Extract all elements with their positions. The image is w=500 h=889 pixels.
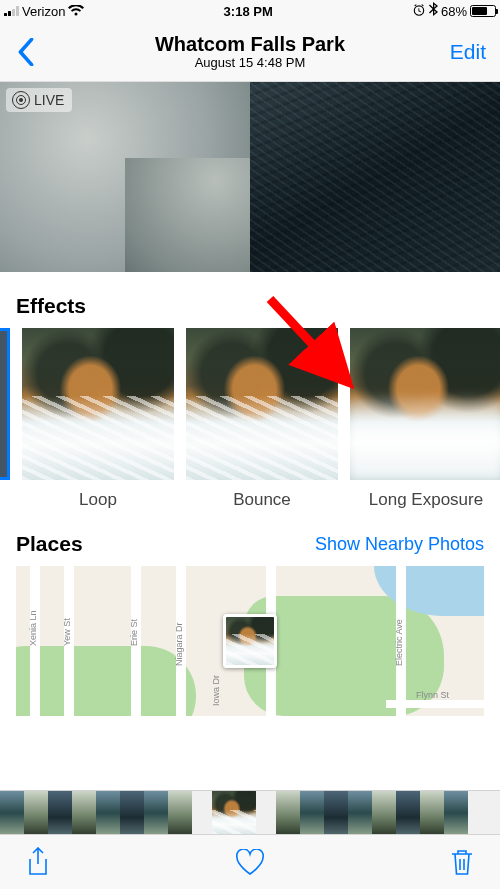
cell-signal-icon — [4, 6, 19, 16]
nav-bar: Whatcom Falls Park August 15 4:48 PM Edi… — [0, 22, 500, 82]
photo-thumb[interactable] — [0, 791, 24, 835]
photo-thumb[interactable] — [72, 791, 96, 835]
effects-strip[interactable]: Loop Bounce Long Exposure — [0, 328, 500, 510]
bluetooth-icon — [429, 2, 438, 20]
photo-hero[interactable]: LIVE — [0, 82, 500, 272]
map-street-label: Flynn St — [416, 690, 449, 700]
map-photo-pin[interactable] — [223, 614, 277, 668]
trash-icon — [450, 848, 474, 876]
heart-icon — [235, 849, 265, 876]
map-street-label: Niagara Dr — [174, 622, 184, 666]
photo-thumb[interactable] — [96, 791, 120, 835]
photo-thumb[interactable] — [324, 791, 348, 835]
toolbar — [0, 834, 500, 889]
effect-item-bounce[interactable]: Bounce — [186, 328, 338, 510]
photo-thumb[interactable] — [48, 791, 72, 835]
photo-thumb[interactable] — [348, 791, 372, 835]
battery-fill — [472, 7, 487, 15]
page-title: Whatcom Falls Park — [0, 33, 500, 55]
map-street-label: Electric Ave — [394, 619, 404, 666]
photo-thumb[interactable] — [372, 791, 396, 835]
photo-thumb[interactable] — [168, 791, 192, 835]
effect-label: Bounce — [233, 490, 291, 510]
effects-section: Effects Loop Bounce Long Exposure — [0, 272, 500, 510]
photo-thumb[interactable] — [444, 791, 468, 835]
effect-item-selected-sliver[interactable] — [0, 328, 10, 480]
share-button[interactable] — [18, 842, 58, 882]
map-street-label: Xenia Ln — [28, 610, 38, 646]
photo-thumb[interactable] — [24, 791, 48, 835]
status-time: 3:18 PM — [224, 4, 273, 19]
alarm-icon — [412, 3, 426, 20]
status-bar: Verizon 3:18 PM 68% — [0, 0, 500, 22]
battery-icon — [470, 5, 496, 17]
page-subtitle: August 15 4:48 PM — [0, 55, 500, 70]
photo-thumb-current[interactable] — [212, 791, 256, 835]
map-street-label: Erie St — [129, 619, 139, 646]
wifi-icon — [68, 5, 84, 17]
photo-thumb[interactable] — [276, 791, 300, 835]
carrier-label: Verizon — [22, 4, 65, 19]
map-street-label: Yew St — [62, 618, 72, 646]
map-street-label: Iowa Dr — [211, 675, 221, 706]
favorite-button[interactable] — [230, 842, 270, 882]
delete-button[interactable] — [442, 842, 482, 882]
places-heading: Places — [16, 532, 83, 556]
show-nearby-photos-link[interactable]: Show Nearby Photos — [315, 534, 484, 555]
places-section: Places Show Nearby Photos Xenia Ln Yew S… — [0, 510, 500, 716]
photo-thumbnail-strip[interactable] — [0, 790, 500, 834]
battery-percent: 68% — [441, 4, 467, 19]
map[interactable]: Xenia Ln Yew St Erie St Niagara Dr Iowa … — [16, 566, 484, 716]
photo-thumb[interactable] — [300, 791, 324, 835]
photo-thumb[interactable] — [420, 791, 444, 835]
photo-thumb[interactable] — [120, 791, 144, 835]
effect-item-long-exposure[interactable]: Long Exposure — [350, 328, 500, 510]
photo-thumb[interactable] — [144, 791, 168, 835]
chevron-left-icon — [17, 38, 35, 66]
effect-label: Loop — [79, 490, 117, 510]
live-label: LIVE — [34, 92, 64, 108]
effect-item-loop[interactable]: Loop — [22, 328, 174, 510]
edit-button[interactable]: Edit — [442, 40, 494, 64]
back-button[interactable] — [6, 32, 46, 72]
effect-label: Long Exposure — [369, 490, 483, 510]
live-badge: LIVE — [6, 88, 72, 112]
live-icon — [12, 91, 30, 109]
effects-heading: Effects — [0, 294, 500, 328]
photo-thumb[interactable] — [396, 791, 420, 835]
share-icon — [26, 847, 50, 877]
